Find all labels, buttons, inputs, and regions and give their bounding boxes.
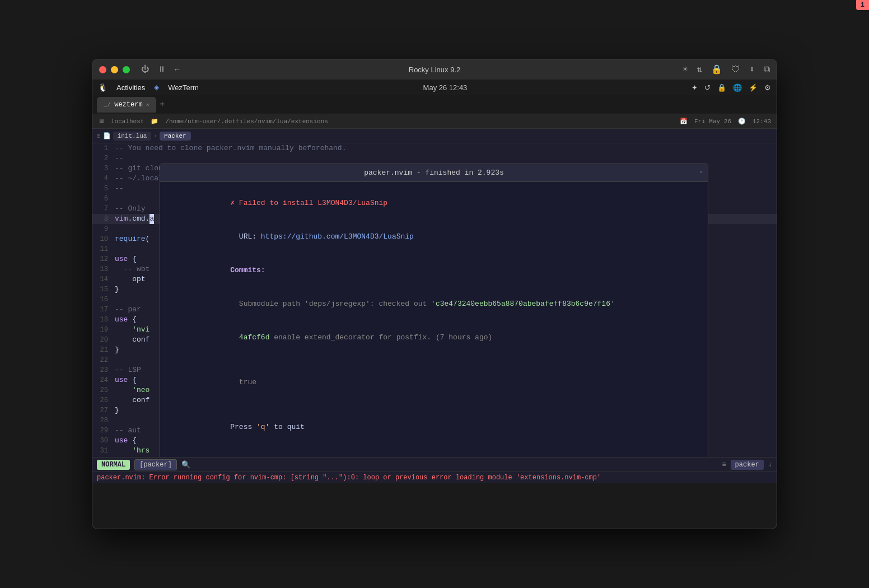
popup-body: ✗ Failed to install L3MON4D3/LuaSnip URL… [160,182,708,457]
wifi-icon[interactable]: ⇅ [697,64,703,75]
host-label: localhost [111,118,144,125]
app-logo-icon: 🐧 [98,83,108,92]
breadcrumb-init-label: init.lua [118,133,147,139]
tab-bar: _/ wezterm ✕ + [92,95,777,114]
system-bar: 🐧 Activities ◈ WezTerm May 26 12:43 ✦ ↺ … [92,80,777,95]
vim-arrow-icon: ↓ [768,461,772,469]
title-bar-left-icons: ⏻ ⏸ ← [141,65,179,74]
packer-label-badge: [packer] [134,459,177,470]
close-button[interactable] [99,66,106,73]
date-label: Fri May 26 [694,118,731,125]
calendar-icon: 📅 [680,118,688,125]
breadcrumb-packer-label: Packer [164,133,186,139]
security-icon[interactable]: 🛡 [731,64,740,75]
network-icon[interactable]: 🌐 [733,83,742,92]
refresh-icon[interactable]: ↺ [704,83,711,92]
popup-line-8 [169,399,699,410]
wezterm-menu-item[interactable]: WezTerm [168,83,199,92]
wezterm-icon: ◈ [154,83,159,91]
system-bar-time: May 26 12:43 [199,83,692,92]
title-bar: ⏻ ⏸ ← Rocky Linux 9.2 ☀ ⇅ 🔒 🛡 ⬇ ⧉ [92,59,777,80]
settings-icon[interactable]: ⚙ [764,83,771,92]
error-bar: packer.nvim: Error running config for nv… [92,472,777,483]
status-bar-right: 📅 Fri May 26 🕐 12:43 [680,118,771,125]
code-line-2: 2 -- [92,153,777,164]
time-label: 12:43 [753,118,771,125]
popup-line-7: true [169,366,699,399]
monitor-icon: 🖥 [98,118,104,125]
minimize-button[interactable] [111,66,118,73]
system-bar-left: 🐧 Activities ◈ WezTerm [98,83,199,92]
terminal-icon: _/ [104,101,111,108]
back-icon[interactable]: ← [175,65,179,74]
popup-line-4: Submodule path 'deps/jsregexp': checked … [169,287,699,321]
battery-icon[interactable]: ⚡ [749,83,758,92]
tab-close-button[interactable]: ✕ [146,101,149,108]
traffic-lights [99,66,130,73]
breadcrumb-packer[interactable]: Packer [160,132,191,141]
maximize-button[interactable] [123,66,130,73]
activities-button[interactable]: Activities [116,83,145,92]
popup-line-5: 4afcf6d enable extend_decorator for post… [169,321,699,354]
folder-icon: 📁 [151,118,158,125]
tab-wezterm[interactable]: _/ wezterm ✕ [97,97,156,113]
popup-line-hint-2: Press '<CR>' to show more info [169,444,699,457]
code-line-1: 1 -- You need to clone packer.nvim manua… [92,143,777,153]
info-status-bar: 🖥 localhost 📁 /home/utm-user/.dotfiles/n… [92,114,777,129]
packer-popup: packer.nvim - finished in 2.923s ✗ Faile… [160,164,708,457]
breadcrumb-bar: ⊞ 📄 init.lua › Packer 1 [92,129,777,143]
tab-label: wezterm [114,101,142,109]
vim-right-status: ≡ packer ↓ [722,460,772,470]
vim-right-label: ≡ [722,461,726,469]
power-icon[interactable]: ⏻ [141,65,149,74]
popup-line-2: URL: https://github.com/L3MON4D3/LuaSnip [169,220,699,254]
window-title: Rocky Linux 9.2 [409,66,461,74]
popup-line-6 [169,354,699,366]
brightness-sys-icon[interactable]: ✦ [692,83,698,92]
packer-right-badge: packer [731,460,764,470]
title-bar-right-icons: ☀ ⇅ 🔒 🛡 ⬇ ⧉ [683,64,770,75]
lock-icon[interactable]: 🔒 [711,64,722,75]
brightness-icon[interactable]: ☀ [683,64,688,75]
editor-area: 1 -- You need to clone packer.nvim manua… [92,143,777,457]
popup-line-hint-1: Press 'q' to quit [169,410,699,444]
breadcrumb-init-lua[interactable]: init.lua [113,132,152,141]
path-label: /home/utm-user/.dotfiles/nvim/lua/extens… [165,118,328,125]
window-controls-icon[interactable]: ⧉ [764,64,770,75]
pause-icon: ⏸ [158,65,166,74]
lock-sys-icon[interactable]: 🔒 [717,83,726,92]
popup-line-3: Commits: [169,254,699,287]
vim-mode-badge: NORMAL [97,460,130,470]
vim-status-bar: NORMAL [packer] 🔍 ≡ packer ↓ [92,457,777,472]
system-bar-right: ✦ ↺ 🔒 🌐 ⚡ ⚙ [692,83,771,92]
popup-line-1: ✗ Failed to install L3MON4D3/LuaSnip [169,186,699,220]
breadcrumb-icon: ⊞ [97,132,101,139]
breadcrumb-separator: › [153,133,157,139]
popup-title: packer.nvim - finished in 2.923s [160,164,708,182]
new-tab-button[interactable]: + [160,100,165,110]
popup-dot: • [699,169,703,177]
search-icon[interactable]: 🔍 [181,460,190,469]
breadcrumb-file-icon: 📄 [103,132,111,139]
window-frame: ⏻ ⏸ ← Rocky Linux 9.2 ☀ ⇅ 🔒 🛡 ⬇ ⧉ 🐧 Acti… [92,59,777,529]
clock-icon: 🕐 [738,118,746,125]
error-text: packer.nvim: Error running config for nv… [97,474,601,482]
downloads-icon[interactable]: ⬇ [749,64,755,75]
